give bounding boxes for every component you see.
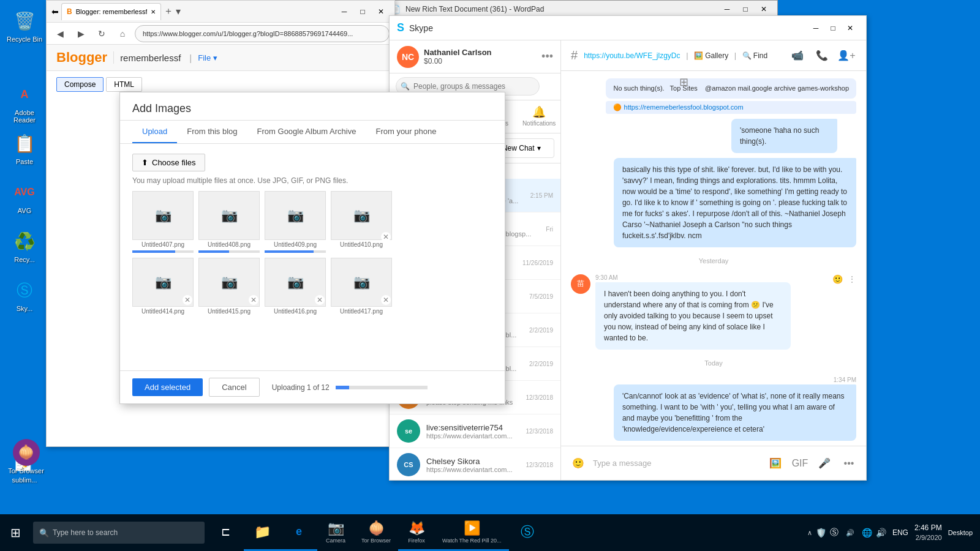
- show-hidden-btn[interactable]: ∧: [807, 529, 812, 537]
- tab-from-phone[interactable]: From your phone: [366, 121, 446, 143]
- modal-footer: Add selected Cancel Uploading 1 of 12: [120, 370, 505, 403]
- nav-notifications-label: Notifications: [522, 120, 556, 127]
- desktop-icon-paste[interactable]: 📋 Paste: [3, 129, 46, 168]
- search-icon: 🔍: [39, 528, 49, 538]
- skype-close[interactable]: ✕: [842, 21, 859, 36]
- taskbar-skype[interactable]: Ⓢ: [509, 514, 546, 551]
- msg-outgoing-1: 'someone 'haha no such thing(s).: [731, 119, 837, 153]
- image-item-0: 📷 Untitled407.png: [132, 191, 194, 253]
- chat-meta-3: 7/5/2019: [529, 293, 553, 300]
- taskbar: ⊞ 🔍 Type here to search ⊏ 📁 e 📷 Camera 🧅…: [0, 514, 980, 551]
- chat-meta-5: 2/2/2019: [529, 361, 553, 367]
- image-remove-7[interactable]: ✕: [381, 295, 391, 305]
- browser-back-icon: ⬅: [51, 7, 59, 17]
- chat-meta-1: Fri: [546, 226, 553, 233]
- choose-files-button[interactable]: ⬆ Choose files: [132, 154, 205, 171]
- new-tab-btn[interactable]: ＋: [164, 5, 173, 18]
- tab-upload[interactable]: Upload: [132, 121, 177, 143]
- desktop-icon-avg[interactable]: AVG AVG: [3, 178, 46, 217]
- modal-body: ⬆ Choose files You may upload multiple f…: [120, 144, 505, 326]
- add-participant-btn[interactable]: 👤+: [837, 46, 856, 66]
- taskbar-tor[interactable]: 🧅 Tor Browser: [354, 514, 398, 551]
- desktop-icon-adobe[interactable]: A Adobe Reader: [3, 80, 46, 126]
- gallery-btn[interactable]: 🖼️ Gallery: [694, 51, 728, 60]
- msg-incoming-1: No such thing(s). Top Sites @amazon mail…: [606, 78, 856, 99]
- browser-urlbar[interactable]: https://www.blogger.com/u/1/blogger.g?bl…: [135, 25, 390, 42]
- cancel-button[interactable]: Cancel: [209, 378, 259, 397]
- wordpad-minimize[interactable]: ─: [718, 2, 736, 17]
- desktop: 🗑️ Recycle Bin A Adobe Reader 📋 Paste AV…: [0, 0, 980, 514]
- image-btn[interactable]: 🖼️: [766, 454, 785, 473]
- msg-reaction-5[interactable]: 🙂: [832, 274, 843, 284]
- new-chat-dropdown-icon: ▾: [537, 144, 541, 152]
- firefox-label: Firefox: [408, 538, 425, 544]
- compose-btn[interactable]: Compose: [56, 77, 104, 92]
- tab-dropdown[interactable]: ▾: [176, 6, 181, 17]
- message-input[interactable]: [593, 452, 761, 474]
- wordpad-maximize[interactable]: □: [737, 2, 754, 17]
- browser-back[interactable]: ◀: [51, 25, 69, 42]
- image-item-6: 📷 Untitled416.png ✕: [265, 258, 326, 316]
- chat-preview-8: https://www.deviantart.com...: [426, 466, 520, 473]
- desktop-btn[interactable]: Desktop: [946, 529, 975, 536]
- taskbar-explorer[interactable]: 📁: [244, 514, 281, 551]
- wordpad-close[interactable]: ✕: [755, 2, 772, 17]
- taskbar-search[interactable]: 🔍 Type here to search: [33, 522, 205, 544]
- image-remove-5[interactable]: ✕: [249, 295, 258, 305]
- html-btn[interactable]: HTML: [106, 77, 142, 92]
- chat-header-link[interactable]: https://youtu.be/WFE_jlzgyDc: [584, 51, 680, 60]
- find-btn[interactable]: 🔍 Find: [742, 51, 767, 60]
- gallery-icon: 🖼️: [694, 51, 703, 60]
- gif-btn[interactable]: GIF: [790, 454, 810, 473]
- taskview-btn[interactable]: ⊏: [207, 514, 244, 551]
- browser-close[interactable]: ✕: [372, 4, 390, 19]
- image-remove-4[interactable]: ✕: [183, 295, 192, 305]
- chat-item-7[interactable]: se live:sensitiveterrie754 https://www.d…: [390, 414, 560, 448]
- browser-refresh[interactable]: ↻: [93, 25, 110, 42]
- image-item-4: 📷 Untitled414.png ✕: [132, 258, 194, 316]
- browser-tab-blogger[interactable]: B Blogger: rememberlessf ✕: [61, 3, 161, 20]
- profile-name: Nathaniel Carlson: [424, 48, 492, 57]
- audio-call-btn[interactable]: 📞: [812, 46, 832, 66]
- image-remove-3[interactable]: ✕: [381, 232, 391, 242]
- browser-tab-close[interactable]: ✕: [151, 9, 156, 15]
- skype-logo-icon: S: [397, 21, 404, 34]
- image-item-1: 📷 Untitled408.png: [198, 191, 260, 253]
- desktop-icon-skype[interactable]: Ⓢ Sky...: [3, 276, 46, 315]
- taskbar-camera[interactable]: 📷 Camera: [317, 514, 354, 551]
- profile-avatar: NC: [397, 46, 419, 68]
- video-call-btn[interactable]: 📹: [788, 46, 807, 66]
- desktop-icon-tor[interactable]: 🧅 Tor Browser: [3, 439, 49, 474]
- profile-more-button[interactable]: •••: [541, 50, 553, 63]
- edge-icon: e: [296, 525, 302, 538]
- audio-btn[interactable]: 🎤: [815, 454, 834, 473]
- more-input-btn[interactable]: •••: [839, 454, 859, 473]
- emoji-btn[interactable]: 🙂: [568, 454, 588, 473]
- tab-google-album[interactable]: From Google Album Archive: [247, 121, 366, 143]
- start-button[interactable]: ⊞: [0, 514, 31, 551]
- browser-home[interactable]: ⌂: [114, 25, 131, 42]
- browser-minimize[interactable]: ─: [336, 4, 353, 19]
- skype-task-icon: Ⓢ: [521, 523, 534, 541]
- upload-status: Uploading 1 of 12: [272, 383, 330, 392]
- tab-from-blog[interactable]: From this blog: [177, 121, 247, 143]
- add-selected-button[interactable]: Add selected: [132, 378, 203, 396]
- chat-item-8[interactable]: CS Chelsey Sikora https://www.deviantart…: [390, 448, 560, 480]
- skype-minimize[interactable]: ─: [807, 21, 824, 36]
- taskbar-edge[interactable]: e: [281, 514, 317, 551]
- nav-notifications[interactable]: 🔔 Notifications: [518, 100, 560, 133]
- msg-avatar-small: 苗: [571, 274, 590, 294]
- skype-maximize[interactable]: □: [824, 21, 842, 36]
- apps-grid-icon[interactable]: ⊞: [679, 75, 688, 89]
- desktop-icon-recycle-bin[interactable]: 🗑️ Recycle Bin: [3, 6, 46, 45]
- taskbar-firefox[interactable]: 🦊 Firefox: [398, 514, 435, 551]
- camera-icon-5: 📷: [221, 274, 238, 290]
- browser-maximize[interactable]: □: [354, 4, 371, 19]
- desktop-icon-recuva[interactable]: ♻️ Recy...: [3, 227, 46, 266]
- browser-forward[interactable]: ▶: [72, 25, 89, 42]
- blogger-nav-file[interactable]: File ▾: [198, 53, 217, 62]
- taskbar-watch[interactable]: ▶️ Watch The Red Pill 20...: [435, 514, 509, 551]
- msg-more-5[interactable]: ⋮: [848, 274, 856, 284]
- image-remove-6[interactable]: ✕: [315, 295, 325, 305]
- modal-tabs: Upload From this blog From Google Album …: [120, 121, 505, 144]
